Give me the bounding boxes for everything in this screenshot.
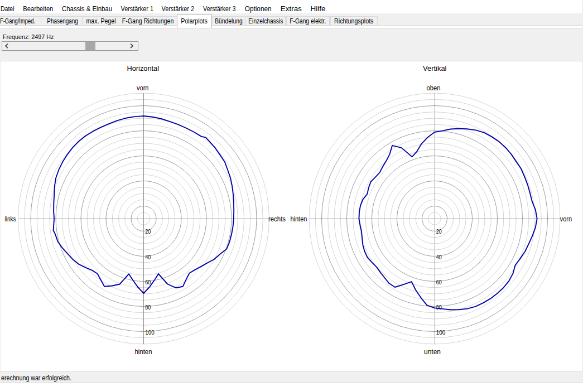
svg-text:60: 60 [436, 279, 442, 286]
svg-text:Richtungsplots: Richtungsplots [334, 17, 374, 25]
svg-text:Verstärker 3: Verstärker 3 [203, 5, 236, 13]
svg-text:Extras: Extras [281, 5, 302, 13]
svg-text:F-Gang elektr.: F-Gang elektr. [290, 17, 326, 25]
svg-text:F-Gang Richtungen: F-Gang Richtungen [122, 17, 173, 25]
svg-text:Bündelung: Bündelung [215, 17, 243, 25]
svg-text:Einzelchassis: Einzelchassis [248, 17, 283, 25]
svg-text:40: 40 [145, 254, 151, 260]
svg-text:max. Pegel: max. Pegel [86, 17, 116, 25]
svg-text:Frequenz: 2497 Hz: Frequenz: 2497 Hz [3, 33, 54, 40]
svg-text:100: 100 [145, 329, 155, 336]
svg-text:links: links [5, 215, 16, 223]
svg-text:40: 40 [436, 254, 442, 260]
svg-text:Chassis & Einbau: Chassis & Einbau [62, 5, 112, 13]
svg-text:Verstärker 2: Verstärker 2 [162, 5, 195, 13]
svg-text:rechts: rechts [268, 215, 286, 223]
svg-text:unten: unten [424, 348, 441, 356]
svg-text:vorn: vorn [137, 84, 149, 92]
svg-text:60: 60 [145, 279, 151, 286]
svg-text:80: 80 [145, 304, 151, 311]
svg-text:100: 100 [436, 329, 446, 336]
svg-text:erechnung war erfolgreich.: erechnung war erfolgreich. [1, 374, 71, 382]
svg-text:Hilfe: Hilfe [310, 5, 325, 13]
svg-text:vorn: vorn [560, 215, 572, 223]
svg-text:hinten: hinten [135, 348, 152, 356]
svg-text:80: 80 [436, 304, 442, 311]
svg-text:Verstärker 1: Verstärker 1 [121, 5, 154, 13]
svg-text:Vertikal: Vertikal [423, 65, 447, 72]
svg-text:Bearbeiten: Bearbeiten [23, 5, 53, 13]
svg-text:Datei: Datei [1, 5, 15, 13]
svg-text:20: 20 [436, 228, 442, 235]
svg-text:Horizontal: Horizontal [127, 65, 160, 72]
svg-text:F-Gang/Imped.: F-Gang/Imped. [0, 17, 35, 25]
svg-text:hinten: hinten [290, 215, 307, 223]
svg-text:Polarplots: Polarplots [181, 17, 208, 25]
svg-text:oben: oben [427, 84, 441, 92]
svg-text:20: 20 [145, 228, 151, 235]
svg-text:Phasengang: Phasengang [47, 17, 78, 25]
svg-text:Optionen: Optionen [245, 5, 272, 13]
